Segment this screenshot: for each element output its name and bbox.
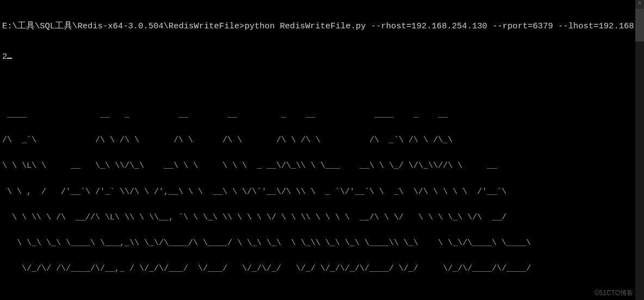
command-prompt-line: E:\工具\SQL工具\Redis-x64-3.0.504\RedisWrite… <box>2 21 642 32</box>
ascii-line: ____ __ _ __ __ _ __ ____ _ __ <box>2 111 642 119</box>
prompt-path: E:\工具\SQL工具\Redis-x64-3.0.504\RedisWrite… <box>2 21 244 31</box>
ascii-line: \ \ \L\ \ __ \_\ \\/\_\ __\ \ \ \ \ \ _ … <box>2 162 642 170</box>
vertical-scrollbar[interactable]: ^ <box>635 0 644 300</box>
terminal-window[interactable]: E:\工具\SQL工具\Redis-x64-3.0.504\RedisWrite… <box>0 0 644 300</box>
command-text: python RedisWriteFile.py --rhost=192.168… <box>244 21 644 31</box>
ascii-banner: ____ __ _ __ __ _ __ ____ _ __ /\ _`\ /\… <box>2 93 642 290</box>
ascii-line: \ \ \\ \ /\ __//\ \L\ \\ \ \\__, `\ \ \_… <box>2 213 642 222</box>
ascii-line: \ \ , / /'__`\ /'_` \\/\ \ /',__\ \ \ __… <box>2 188 642 197</box>
scroll-up-button[interactable]: ^ <box>635 0 644 9</box>
ascii-line: /\ _`\ /\ \ /\ \ /\ \ /\ \ /\ \ /\ \ /\ … <box>2 136 642 145</box>
watermark-text: ©51CTO博客 <box>595 289 633 297</box>
cursor-line: 2 <box>2 52 642 62</box>
text-cursor <box>7 58 12 59</box>
ascii-line: \/_/\/ /\/____/\/__,_ / \/_/\/___/ \/___… <box>2 265 642 273</box>
ascii-line: \ \_\ \_\ \____\ \___,_\\ \_\/\____/\ \_… <box>2 239 642 248</box>
scroll-thumb[interactable] <box>635 9 644 41</box>
